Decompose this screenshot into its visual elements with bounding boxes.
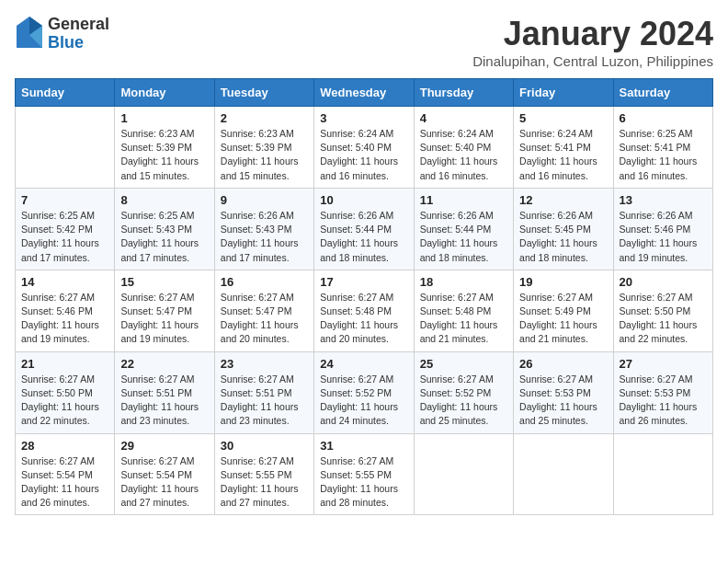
calendar-cell [16, 107, 115, 189]
day-number: 14 [21, 275, 108, 289]
day-number: 12 [519, 193, 607, 207]
day-number: 3 [320, 111, 407, 125]
day-info: Sunrise: 6:26 AM Sunset: 5:44 PM Dayligh… [420, 209, 507, 265]
day-info: Sunrise: 6:27 AM Sunset: 5:51 PM Dayligh… [120, 373, 208, 429]
week-row-1: 7Sunrise: 6:25 AM Sunset: 5:42 PM Daylig… [16, 188, 713, 270]
calendar-cell: 24Sunrise: 6:27 AM Sunset: 5:52 PM Dayli… [314, 351, 414, 433]
calendar-cell: 10Sunrise: 6:26 AM Sunset: 5:44 PM Dayli… [314, 188, 414, 270]
day-info: Sunrise: 6:27 AM Sunset: 5:54 PM Dayligh… [21, 454, 108, 511]
day-number: 26 [519, 357, 607, 371]
logo-icon [15, 15, 44, 53]
day-info: Sunrise: 6:25 AM Sunset: 5:43 PM Dayligh… [120, 209, 208, 265]
logo-text: General Blue [48, 16, 109, 52]
day-info: Sunrise: 6:27 AM Sunset: 5:51 PM Dayligh… [221, 373, 308, 429]
day-number: 22 [120, 357, 208, 371]
day-number: 5 [519, 111, 607, 125]
calendar-cell: 23Sunrise: 6:27 AM Sunset: 5:51 PM Dayli… [214, 351, 313, 433]
calendar-cell: 28Sunrise: 6:27 AM Sunset: 5:54 PM Dayli… [16, 433, 115, 515]
logo-blue: Blue [48, 33, 84, 52]
day-number: 2 [221, 111, 308, 125]
day-info: Sunrise: 6:27 AM Sunset: 5:49 PM Dayligh… [519, 291, 607, 347]
calendar-cell: 2Sunrise: 6:23 AM Sunset: 5:39 PM Daylig… [214, 107, 313, 189]
weekday-header-thursday: Thursday [414, 79, 513, 107]
calendar-cell: 6Sunrise: 6:25 AM Sunset: 5:41 PM Daylig… [613, 107, 712, 189]
calendar-cell: 25Sunrise: 6:27 AM Sunset: 5:52 PM Dayli… [414, 351, 513, 433]
calendar-cell: 12Sunrise: 6:26 AM Sunset: 5:45 PM Dayli… [514, 188, 613, 270]
calendar-cell: 17Sunrise: 6:27 AM Sunset: 5:48 PM Dayli… [314, 270, 414, 351]
weekday-header-sunday: Sunday [16, 79, 115, 107]
day-number: 6 [620, 111, 707, 125]
day-number: 28 [21, 439, 108, 453]
weekday-header-friday: Friday [514, 79, 613, 107]
calendar-cell: 29Sunrise: 6:27 AM Sunset: 5:54 PM Dayli… [115, 433, 214, 515]
calendar-cell [613, 433, 712, 515]
day-number: 11 [420, 193, 507, 207]
calendar-cell: 18Sunrise: 6:27 AM Sunset: 5:48 PM Dayli… [414, 270, 513, 351]
calendar-cell: 19Sunrise: 6:27 AM Sunset: 5:49 PM Dayli… [514, 270, 613, 351]
calendar-cell: 31Sunrise: 6:27 AM Sunset: 5:55 PM Dayli… [314, 433, 414, 515]
calendar-cell: 7Sunrise: 6:25 AM Sunset: 5:42 PM Daylig… [16, 188, 115, 270]
weekday-header-monday: Monday [115, 79, 214, 107]
week-row-4: 28Sunrise: 6:27 AM Sunset: 5:54 PM Dayli… [16, 433, 713, 515]
day-info: Sunrise: 6:23 AM Sunset: 5:39 PM Dayligh… [221, 127, 308, 183]
day-info: Sunrise: 6:27 AM Sunset: 5:52 PM Dayligh… [320, 373, 407, 429]
day-info: Sunrise: 6:25 AM Sunset: 5:42 PM Dayligh… [21, 209, 108, 265]
calendar-cell: 8Sunrise: 6:25 AM Sunset: 5:43 PM Daylig… [115, 188, 214, 270]
day-number: 31 [320, 439, 407, 453]
day-number: 15 [120, 275, 208, 289]
calendar-cell: 11Sunrise: 6:26 AM Sunset: 5:44 PM Dayli… [414, 188, 513, 270]
day-number: 1 [120, 111, 208, 125]
day-info: Sunrise: 6:27 AM Sunset: 5:53 PM Dayligh… [620, 373, 707, 429]
day-number: 27 [620, 357, 707, 371]
day-info: Sunrise: 6:25 AM Sunset: 5:41 PM Dayligh… [620, 127, 707, 183]
day-info: Sunrise: 6:26 AM Sunset: 5:46 PM Dayligh… [620, 209, 707, 265]
calendar-cell [514, 433, 613, 515]
day-number: 8 [120, 193, 208, 207]
day-info: Sunrise: 6:27 AM Sunset: 5:46 PM Dayligh… [21, 291, 108, 347]
calendar-cell: 21Sunrise: 6:27 AM Sunset: 5:50 PM Dayli… [16, 351, 115, 433]
location-subtitle: Dinalupihan, Central Luzon, Philippines [472, 53, 713, 69]
calendar-table: SundayMondayTuesdayWednesdayThursdayFrid… [15, 78, 713, 515]
calendar-cell: 1Sunrise: 6:23 AM Sunset: 5:39 PM Daylig… [115, 107, 214, 189]
day-number: 17 [320, 275, 407, 289]
day-info: Sunrise: 6:26 AM Sunset: 5:45 PM Dayligh… [519, 209, 607, 265]
day-number: 10 [320, 193, 407, 207]
calendar-cell: 16Sunrise: 6:27 AM Sunset: 5:47 PM Dayli… [214, 270, 313, 351]
weekday-header-saturday: Saturday [613, 79, 712, 107]
title-block: January 2024 Dinalupihan, Central Luzon,… [472, 15, 713, 69]
day-info: Sunrise: 6:26 AM Sunset: 5:44 PM Dayligh… [320, 209, 407, 265]
calendar-cell: 20Sunrise: 6:27 AM Sunset: 5:50 PM Dayli… [613, 270, 712, 351]
day-number: 25 [420, 357, 507, 371]
day-number: 13 [620, 193, 707, 207]
day-number: 24 [320, 357, 407, 371]
day-info: Sunrise: 6:24 AM Sunset: 5:40 PM Dayligh… [420, 127, 507, 183]
day-info: Sunrise: 6:27 AM Sunset: 5:55 PM Dayligh… [320, 454, 407, 511]
calendar-cell: 27Sunrise: 6:27 AM Sunset: 5:53 PM Dayli… [613, 351, 712, 433]
day-number: 9 [221, 193, 308, 207]
day-info: Sunrise: 6:27 AM Sunset: 5:48 PM Dayligh… [420, 291, 507, 347]
day-info: Sunrise: 6:27 AM Sunset: 5:50 PM Dayligh… [620, 291, 707, 347]
weekday-header-wednesday: Wednesday [314, 79, 414, 107]
day-info: Sunrise: 6:26 AM Sunset: 5:43 PM Dayligh… [221, 209, 308, 265]
day-info: Sunrise: 6:27 AM Sunset: 5:52 PM Dayligh… [420, 373, 507, 429]
calendar-cell: 3Sunrise: 6:24 AM Sunset: 5:40 PM Daylig… [314, 107, 414, 189]
calendar-cell: 9Sunrise: 6:26 AM Sunset: 5:43 PM Daylig… [214, 188, 313, 270]
day-number: 21 [21, 357, 108, 371]
day-info: Sunrise: 6:23 AM Sunset: 5:39 PM Dayligh… [120, 127, 208, 183]
day-number: 4 [420, 111, 507, 125]
weekday-header-tuesday: Tuesday [214, 79, 313, 107]
day-number: 20 [620, 275, 707, 289]
day-number: 30 [221, 439, 308, 453]
day-number: 29 [120, 439, 208, 453]
day-info: Sunrise: 6:24 AM Sunset: 5:41 PM Dayligh… [519, 127, 607, 183]
day-info: Sunrise: 6:27 AM Sunset: 5:48 PM Dayligh… [320, 291, 407, 347]
page-header: General Blue January 2024 Dinalupihan, C… [15, 15, 713, 69]
day-info: Sunrise: 6:27 AM Sunset: 5:55 PM Dayligh… [221, 454, 308, 511]
day-number: 16 [221, 275, 308, 289]
weekday-header-row: SundayMondayTuesdayWednesdayThursdayFrid… [16, 79, 713, 107]
week-row-0: 1Sunrise: 6:23 AM Sunset: 5:39 PM Daylig… [16, 107, 713, 189]
day-number: 7 [21, 193, 108, 207]
calendar-cell: 26Sunrise: 6:27 AM Sunset: 5:53 PM Dayli… [514, 351, 613, 433]
calendar-cell: 5Sunrise: 6:24 AM Sunset: 5:41 PM Daylig… [514, 107, 613, 189]
calendar-cell: 13Sunrise: 6:26 AM Sunset: 5:46 PM Dayli… [613, 188, 712, 270]
